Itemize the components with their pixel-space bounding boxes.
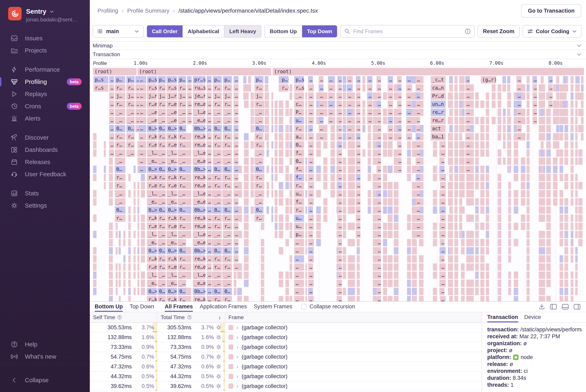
flame-frame[interactable] [539,272,545,279]
flame-frame[interactable] [305,280,307,287]
flame-frame[interactable] [119,231,121,238]
flame-frame[interactable] [383,231,387,238]
flame-frame[interactable]: r… [178,263,186,271]
flame-frame[interactable]: r…k [147,296,157,301]
flame-frame[interactable]: … [416,166,420,173]
flame-frame[interactable] [394,223,399,230]
flame-frame[interactable]: … [337,182,342,189]
flame-frame[interactable] [571,223,573,230]
flame-frame[interactable] [267,141,269,148]
flame-frame[interactable]: … [308,231,313,238]
flame-frame[interactable] [271,92,273,100]
flame-frame[interactable] [498,214,501,222]
flame-frame[interactable] [466,247,474,254]
flame-frame[interactable] [526,296,529,301]
flame-frame[interactable] [109,280,113,287]
flame-frame[interactable] [93,280,97,287]
flame-frame[interactable] [362,109,365,116]
flame-frame[interactable] [285,109,289,116]
flame-frame[interactable] [508,198,511,206]
flame-frame[interactable] [305,272,307,279]
flame-frame[interactable] [526,150,529,157]
flame-frame[interactable] [514,206,518,214]
flame-frame[interactable]: _… [213,117,222,124]
flame-frame[interactable]: _… [213,231,222,238]
flame-frame[interactable] [449,231,453,238]
flame-frame[interactable]: … [187,100,192,108]
flame-frame[interactable]: … [465,141,470,148]
flame-frame[interactable]: … [308,296,313,301]
flame-frame[interactable]: … [440,296,444,301]
flame-frame[interactable] [546,158,551,165]
flame-frame[interactable]: … [207,100,212,108]
flame-frame[interactable] [486,150,489,157]
flame-frame[interactable] [564,223,568,230]
flame-frame[interactable]: … [337,158,342,165]
flame-frame[interactable] [407,141,411,148]
flame-frame[interactable]: r…k [167,133,177,140]
flame-frame[interactable]: r…e [167,263,177,271]
flame-frame[interactable] [138,190,139,198]
flame-frame[interactable]: p…s [167,76,177,84]
flame-frame[interactable]: re…e [193,223,205,230]
flame-frame[interactable] [539,206,545,214]
flame-frame[interactable] [123,263,125,271]
flame-frame[interactable] [109,190,113,198]
flame-frame[interactable] [498,158,501,165]
flame-frame[interactable]: r…k [147,214,157,222]
flame-frame[interactable] [357,247,360,254]
flame-frame[interactable]: … [207,272,212,279]
sidebar-item-replays[interactable]: Replays [0,88,90,100]
flame-frame[interactable] [526,92,529,100]
flame-frame[interactable]: r… [178,214,186,222]
flame-frame[interactable] [454,190,457,198]
flame-frame[interactable] [571,296,573,301]
flame-frame[interactable] [141,247,145,254]
flame-frame[interactable] [539,247,545,254]
flame-frame[interactable] [343,117,346,124]
flame-frame[interactable] [459,76,462,84]
flame-frame[interactable]: _… [255,150,263,157]
flame-frame[interactable] [343,174,346,181]
flame-frame[interactable]: … [328,109,335,116]
flame-frame[interactable]: _e…e [167,198,177,206]
flame-frame[interactable]: _l…e [147,150,157,157]
flame-frame[interactable]: … [376,272,381,279]
flame-frame[interactable] [419,288,423,295]
flame-frame[interactable] [243,92,246,100]
sidebar-item-what-s-new[interactable]: What's new [0,350,90,363]
flame-frame[interactable] [128,239,131,246]
flame-frame[interactable] [348,158,355,165]
flame-frame[interactable] [343,288,346,295]
flame-frame[interactable] [134,206,136,214]
flame-frame[interactable]: _… [178,150,186,157]
flame-frame[interactable]: … [187,117,192,124]
flame-frame[interactable] [581,109,583,116]
flame-frame[interactable] [564,280,568,287]
flame-frame[interactable]: … [416,214,420,222]
flame-frame[interactable]: _… [178,198,186,206]
flame-frame[interactable] [279,247,283,254]
flame-frame[interactable]: … [234,150,238,157]
flame-frame[interactable]: … [440,263,444,271]
flame-frame[interactable] [570,141,573,148]
flame-frame[interactable]: _… [213,280,222,287]
flame-frame[interactable]: 0…> [147,125,157,132]
flame-frame[interactable] [343,263,346,271]
flame-frame[interactable]: r… [213,214,222,222]
flame-frame[interactable]: r… [158,223,166,230]
flame-frame[interactable]: … [416,174,420,181]
flame-frame[interactable]: r… [158,296,166,301]
flame-frame[interactable] [373,280,376,287]
sidebar-item-dashboards[interactable]: Dashboards [0,144,90,156]
table-row[interactable]: 39.62ms0.5%39.62ms0.5%›(garbage collecto… [90,382,481,391]
flame-frame[interactable]: … [376,206,381,214]
flame-frame[interactable] [343,76,346,84]
flame-frame[interactable] [373,231,376,238]
flame-frame[interactable] [461,239,465,246]
flame-frame[interactable] [419,280,423,287]
flame-frame[interactable] [93,247,97,254]
tab-top-down[interactable]: Top Down [130,302,154,312]
flame-frame[interactable]: ba…1 [431,133,445,140]
flame-frame[interactable]: 0…> [147,206,157,214]
